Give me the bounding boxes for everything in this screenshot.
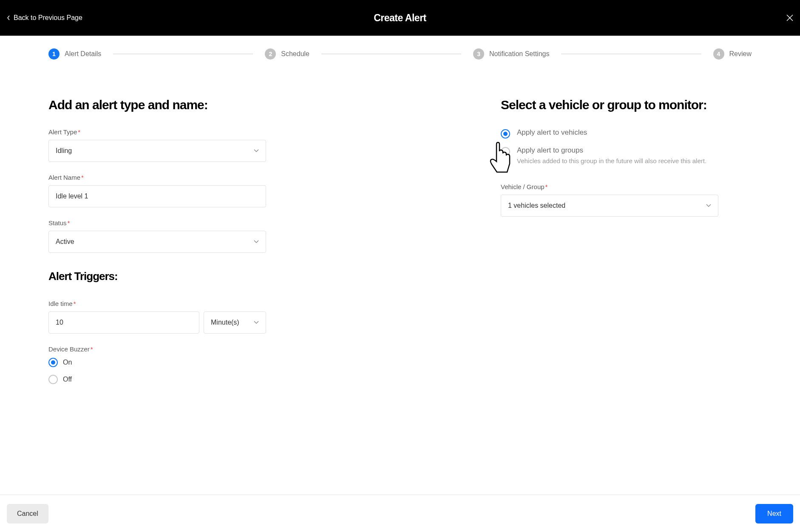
apply-vehicles-label: Apply alert to vehicles bbox=[517, 128, 752, 137]
footer: Cancel Next bbox=[0, 495, 800, 532]
back-label: Back to Previous Page bbox=[14, 14, 82, 22]
idle-time-input[interactable] bbox=[48, 311, 199, 334]
step-divider bbox=[561, 54, 701, 54]
step-schedule[interactable]: 2 Schedule bbox=[265, 48, 309, 59]
step-review[interactable]: 4 Review bbox=[713, 48, 752, 59]
vehicle-group-select[interactable]: 1 vehicles selected bbox=[501, 195, 718, 217]
vehicle-group-value: 1 vehicles selected bbox=[508, 202, 565, 209]
idle-time-label: Idle time* bbox=[48, 300, 458, 307]
step-label: Alert Details bbox=[65, 50, 101, 58]
buzzer-on-radio[interactable]: On bbox=[48, 358, 458, 367]
idle-time-unit-value: Minute(s) bbox=[211, 319, 239, 326]
section-title-vehicle-group: Select a vehicle or group to monitor: bbox=[501, 98, 752, 112]
back-button[interactable]: Back to Previous Page bbox=[7, 14, 82, 22]
step-number: 1 bbox=[48, 48, 60, 59]
buzzer-off-label: Off bbox=[63, 376, 72, 383]
header: Back to Previous Page Create Alert bbox=[0, 0, 800, 36]
chevron-down-icon bbox=[706, 204, 711, 207]
apply-groups-hint: Vehicles added to this group in the futu… bbox=[517, 156, 725, 166]
apply-groups-label: Apply alert to groups bbox=[517, 146, 752, 155]
close-icon bbox=[786, 14, 793, 21]
close-button[interactable] bbox=[786, 14, 793, 21]
chevron-left-icon bbox=[7, 15, 10, 20]
radio-icon bbox=[501, 147, 510, 156]
buzzer-on-label: On bbox=[63, 359, 72, 366]
apply-vehicles-radio[interactable]: Apply alert to vehicles bbox=[501, 128, 752, 139]
buzzer-off-radio[interactable]: Off bbox=[48, 375, 458, 384]
step-label: Notification Settings bbox=[489, 50, 549, 58]
status-value: Active bbox=[56, 238, 74, 246]
alert-name-label: Alert Name* bbox=[48, 174, 458, 181]
page-title: Create Alert bbox=[374, 12, 426, 24]
step-divider bbox=[113, 54, 253, 54]
status-label: Status* bbox=[48, 219, 458, 226]
idle-time-unit-select[interactable]: Minute(s) bbox=[204, 311, 266, 334]
step-alert-details[interactable]: 1 Alert Details bbox=[48, 48, 101, 59]
section-title-alert-type: Add an alert type and name: bbox=[48, 98, 458, 112]
device-buzzer-label: Device Buzzer* bbox=[48, 345, 458, 353]
chevron-down-icon bbox=[254, 240, 259, 243]
step-number: 4 bbox=[713, 48, 724, 59]
radio-icon bbox=[501, 129, 510, 139]
radio-icon bbox=[48, 375, 58, 384]
vehicle-group-label: Vehicle / Group* bbox=[501, 183, 752, 190]
radio-icon bbox=[48, 358, 58, 367]
chevron-down-icon bbox=[254, 321, 259, 324]
alert-type-select[interactable]: Idling bbox=[48, 140, 266, 162]
alert-name-input[interactable] bbox=[48, 185, 266, 207]
apply-groups-radio[interactable]: Apply alert to groups Vehicles added to … bbox=[501, 146, 752, 166]
step-number: 2 bbox=[265, 48, 276, 59]
step-notification-settings[interactable]: 3 Notification Settings bbox=[473, 48, 549, 59]
step-divider bbox=[321, 54, 461, 54]
stepper: 1 Alert Details 2 Schedule 3 Notificatio… bbox=[0, 36, 800, 59]
step-number: 3 bbox=[473, 48, 484, 59]
section-title-triggers: Alert Triggers: bbox=[48, 270, 458, 283]
status-select[interactable]: Active bbox=[48, 231, 266, 253]
next-button[interactable]: Next bbox=[755, 504, 793, 524]
chevron-down-icon bbox=[254, 149, 259, 153]
cancel-button[interactable]: Cancel bbox=[7, 504, 48, 524]
alert-type-label: Alert Type* bbox=[48, 128, 458, 136]
step-label: Review bbox=[729, 50, 752, 58]
alert-type-value: Idling bbox=[56, 147, 72, 155]
step-label: Schedule bbox=[281, 50, 309, 58]
